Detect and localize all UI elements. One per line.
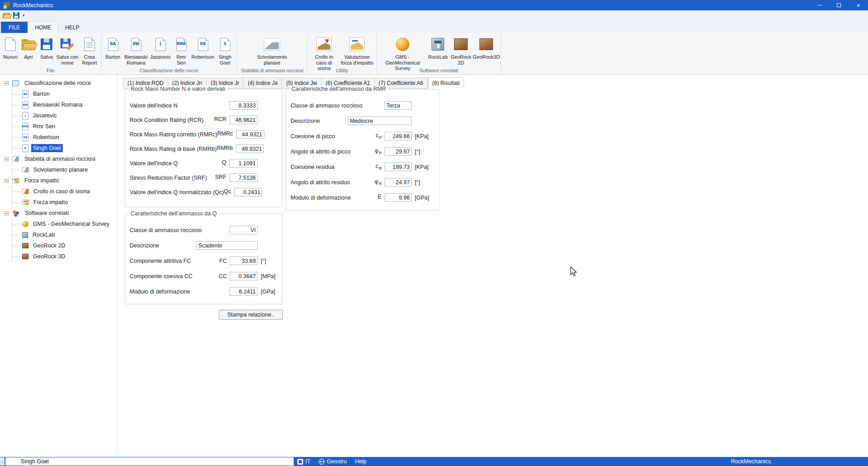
- classification-icon: [12, 80, 19, 86]
- attrito-residuo-input[interactable]: [385, 178, 412, 186]
- tree-item-singh-goel[interactable]: S Singh Goel: [12, 143, 117, 154]
- open-folder-icon[interactable]: [3, 13, 10, 19]
- q-classe-input[interactable]: [230, 226, 258, 234]
- status-current-item: Singh Goel: [5, 457, 294, 466]
- save-as-icon: [61, 38, 74, 51]
- bieniawski-romana-button[interactable]: BW Bieniawski Romana: [123, 34, 149, 65]
- jasarevic-button[interactable]: J Jasarevic: [149, 34, 172, 60]
- minimize-button[interactable]: [810, 0, 829, 10]
- gms-button[interactable]: GMS - GeoMechanical Survey: [378, 34, 427, 71]
- tree-item-rocklab[interactable]: RockLab: [12, 229, 117, 240]
- collapse-icon[interactable]: [5, 81, 9, 85]
- rmr-modulo-input[interactable]: [385, 193, 412, 202]
- n-input[interactable]: [230, 101, 258, 110]
- crea-report-button[interactable]: Crea Report: [79, 34, 100, 65]
- tree-item-jasarevic[interactable]: J Jasarevic: [12, 110, 117, 121]
- tree-item-gms[interactable]: GMS - GeoMechanical Survey: [12, 219, 117, 229]
- ribbon: Nuovo Apri Salva Salva con nome Crea Rep…: [0, 33, 868, 75]
- q-input[interactable]: [230, 159, 258, 168]
- tab-help[interactable]: HELP: [58, 22, 86, 33]
- rmr-sen-button[interactable]: RMR Rmr Sen: [172, 34, 191, 65]
- ribbon-group-label: Software correlati: [378, 67, 499, 75]
- nuovo-button[interactable]: Nuovo: [1, 34, 19, 60]
- apri-button[interactable]: Apri: [19, 34, 38, 60]
- form-row: Valore dell'indice N: [130, 101, 277, 110]
- tree-item-forza-impatto-child[interactable]: Forza impatto: [12, 197, 117, 208]
- form-row: Rock Mass Rating corretto (RMRc) RMRc: [130, 130, 277, 139]
- fc-input[interactable]: [230, 256, 258, 265]
- tab-file[interactable]: FILE: [1, 22, 28, 33]
- tree-item-barton[interactable]: BA Barton: [12, 89, 117, 99]
- close-icon: ×: [856, 2, 860, 9]
- tree-item-classificazione[interactable]: Classificazione delle rocce: [4, 78, 117, 89]
- tree-item-software-correlati[interactable]: Software correlati: [4, 208, 117, 219]
- singh-goel-doc-icon: S: [220, 38, 230, 51]
- maximize-icon: [837, 3, 841, 7]
- tree-item-georock-3d[interactable]: GeoRock 3D: [12, 251, 117, 262]
- tab-8-risultati[interactable]: (8) Risultati: [428, 77, 464, 89]
- groupbox-title: Rock Mass Number N e valori derivati: [129, 86, 227, 92]
- orange-sphere-icon: [22, 221, 28, 227]
- collapse-icon[interactable]: [5, 179, 9, 183]
- button-label: Valutazione forza d'impatto: [339, 54, 375, 65]
- rcr-input[interactable]: [230, 116, 258, 124]
- rmrb-input[interactable]: [236, 144, 264, 153]
- help-link[interactable]: Help: [355, 458, 367, 465]
- tree-item-forza-impatto[interactable]: Forza impatto: [4, 175, 117, 186]
- collapse-icon[interactable]: [5, 157, 9, 161]
- dropdown-arrow-icon[interactable]: ▾: [23, 13, 25, 18]
- coesione-picco-input[interactable]: [385, 132, 412, 140]
- salva-con-nome-button[interactable]: Salva con nome: [56, 34, 79, 65]
- salva-button[interactable]: Salva: [38, 34, 56, 60]
- singh-goel-button[interactable]: S Singh Goel: [215, 34, 235, 65]
- button-label: Bieniawski Romana: [123, 54, 149, 65]
- orange-sphere-icon: [396, 37, 409, 51]
- geostru-link[interactable]: Geostru: [327, 458, 347, 465]
- save-icon[interactable]: [13, 12, 19, 19]
- language-icon[interactable]: [297, 459, 303, 465]
- rmrc-input[interactable]: [236, 130, 264, 139]
- attrito-picco-input[interactable]: [385, 147, 412, 156]
- srf-input[interactable]: [230, 173, 258, 182]
- barton-button[interactable]: BA Barton: [103, 34, 123, 60]
- cc-input[interactable]: [230, 272, 258, 280]
- tab-home[interactable]: HOME: [28, 21, 58, 33]
- rmr-classe-input[interactable]: [385, 101, 412, 110]
- rmr-descrizione-input[interactable]: [348, 116, 412, 125]
- tree-item-crollo-sisma[interactable]: Crollo in caso di sisma: [12, 186, 117, 197]
- globe-icon[interactable]: [319, 459, 324, 465]
- rocklab-button[interactable]: RockLab: [427, 34, 449, 60]
- tree-item-georock-2d[interactable]: GeoRock 2D: [12, 240, 117, 251]
- button-label: Salva: [40, 54, 53, 60]
- button-label: Salva con nome: [56, 54, 79, 65]
- button-label: Apri: [24, 54, 33, 60]
- close-button[interactable]: ×: [849, 0, 868, 10]
- tab-4-indice-ja[interactable]: (4) Indice Ja: [244, 78, 282, 89]
- button-label: Jasarevic: [150, 54, 171, 60]
- qc-input[interactable]: [234, 188, 262, 196]
- scivolamento-planare-button[interactable]: Scivolamento planare: [253, 34, 291, 65]
- georock2d-button[interactable]: GeoRock 2D: [449, 34, 473, 65]
- crollo-sisma-button[interactable]: Crollo in caso di sisma: [309, 34, 339, 71]
- language-label[interactable]: IT: [305, 458, 310, 465]
- ribbon-group-stabilita: Scivolamento planare Stabilità di ammass…: [237, 33, 308, 75]
- tree-item-bieniawski-romana[interactable]: BW Bieniawski Romana: [12, 99, 117, 110]
- tree-item-stabilita[interactable]: Stabilità di ammassi rocciosi: [4, 154, 117, 164]
- print-report-button[interactable]: Stampa relazione..: [219, 310, 283, 320]
- barton-doc-icon: BA: [22, 90, 28, 98]
- valutazione-impatto-button[interactable]: Valutazione forza d'impatto: [339, 34, 375, 65]
- q-modulo-input[interactable]: [230, 287, 258, 296]
- tree-item-robertson[interactable]: RB Robertson: [12, 132, 117, 143]
- tree-item-scivolamento-planare[interactable]: Scivolamento planare: [12, 164, 117, 175]
- maximize-button[interactable]: [829, 0, 849, 10]
- tree-item-rmr-sen[interactable]: RMR Rmr Sen: [12, 121, 117, 132]
- georock3d-button[interactable]: GeoRock3D: [473, 34, 499, 60]
- save-icon: [41, 38, 52, 50]
- robertson-button[interactable]: RB Robertson: [191, 34, 215, 60]
- selected-tree-item-label: Singh Goel: [31, 144, 63, 152]
- impact-icon: [12, 178, 19, 183]
- q-descrizione-input[interactable]: [197, 241, 258, 250]
- coesione-residua-input[interactable]: [385, 163, 412, 171]
- collapse-icon[interactable]: [5, 211, 9, 215]
- groupbox-ammasso-da-rmr: Caratteristiche dell'ammasso da RMR Clas…: [286, 89, 439, 210]
